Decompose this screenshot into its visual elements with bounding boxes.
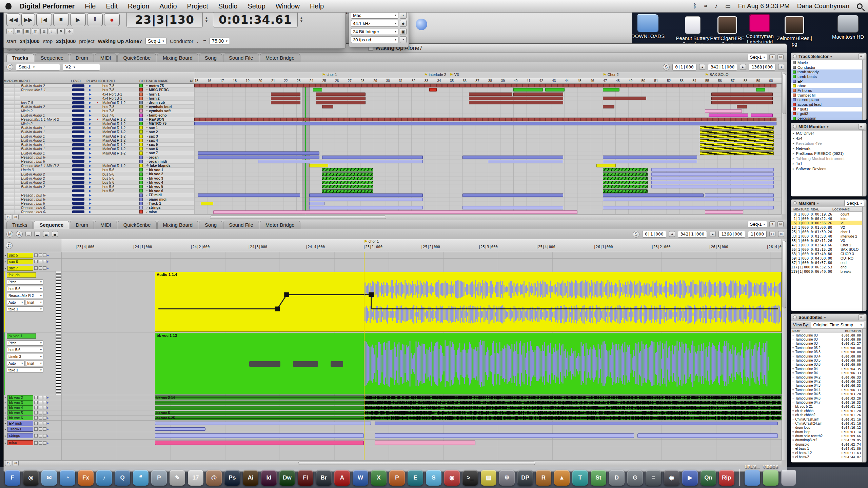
hzoom-in-icon[interactable]: ⊕ <box>778 231 784 237</box>
track-input[interactable]: Built-in Audio 2 <box>20 180 71 184</box>
editor-lane[interactable] <box>61 426 782 432</box>
monitor-cell[interactable] <box>15 185 20 188</box>
clip[interactable] <box>469 101 564 104</box>
editor-track-name[interactable]: fak..ds <box>7 272 36 278</box>
mute-toggle[interactable] <box>34 406 38 409</box>
track-name[interactable]: ~bk voc 2 <box>145 172 190 176</box>
dock-icon-ical[interactable]: 17 <box>188 470 203 486</box>
midi-monitor-item[interactable]: ▸TaHorng Musical Instrument <box>791 156 862 161</box>
user-menu[interactable]: Dana Countryman <box>797 2 849 10</box>
clip[interactable] <box>705 210 743 214</box>
clip[interactable] <box>705 194 774 197</box>
counter-time[interactable]: 0:01:34.61 <box>213 12 298 27</box>
play-button[interactable]: ▶ <box>70 13 86 26</box>
clip[interactable] <box>462 206 563 209</box>
track-output[interactable]: 4x4 Port B-1 <box>101 92 139 96</box>
panel-scrollbar[interactable] <box>862 60 866 120</box>
clip[interactable] <box>488 160 563 163</box>
editor-lane[interactable]: bk voc 6-25 <box>61 415 782 421</box>
track-input[interactable]: Built-in Audio 2 <box>20 172 71 176</box>
play-enable[interactable]: ▶ <box>86 134 94 138</box>
play-enable[interactable]: ▶ <box>86 193 94 197</box>
monitor-cell[interactable] <box>15 189 20 192</box>
clip[interactable] <box>711 97 773 100</box>
dock-icon-skype[interactable]: S <box>426 470 441 486</box>
record-toggle[interactable] <box>43 260 46 263</box>
marker-row[interactable]: 47|1|0000:02:49.66Chor 2 <box>791 243 862 247</box>
track-row[interactable]: Built-in Audio 2▶bus 5-6~bk voc 3 <box>4 176 194 180</box>
move-cell[interactable] <box>4 96 9 100</box>
move-cell[interactable] <box>4 168 9 171</box>
top-vertical-scrollbar[interactable] <box>782 72 787 214</box>
play-enable[interactable]: ▶ <box>86 84 94 87</box>
automation-cell[interactable] <box>190 180 194 184</box>
track-row[interactable]: Reason:Mix L 1-Mix R 2▶●MainOut R 1-2≡RE… <box>4 117 194 121</box>
track-input[interactable]: Reason : bus 6- <box>20 155 71 159</box>
dock-icon-firefox[interactable]: Fx <box>78 470 94 486</box>
track-input[interactable]: bus 7-8 <box>20 101 71 104</box>
record-enable-cell[interactable] <box>9 88 15 92</box>
midi-monitor-item[interactable]: ▸IAC Driver <box>791 130 862 136</box>
shift-flag[interactable] <box>94 210 101 214</box>
track-name[interactable]: ~sax 7 <box>145 151 190 155</box>
track-output[interactable]: bus 7-8 <box>101 109 139 113</box>
monitor-cell[interactable] <box>15 176 20 180</box>
play-enable[interactable]: ▸ <box>47 260 49 263</box>
dock-icon-safari[interactable]: ◔ <box>60 470 75 486</box>
clip[interactable] <box>316 97 366 100</box>
move-cell[interactable] <box>4 126 9 129</box>
track-row[interactable]: Built-in Audio 2▶bus 5-6~bk voc 5 <box>4 185 194 189</box>
solo-toggle[interactable] <box>39 416 42 420</box>
track-output[interactable]: bus 7-8 <box>101 113 139 117</box>
clip[interactable] <box>603 156 697 159</box>
track-output[interactable] <box>101 197 139 201</box>
grid-resolution[interactable]: 1|000 <box>748 231 767 238</box>
tab-song[interactable]: Song <box>199 221 222 229</box>
clip[interactable] <box>198 151 319 155</box>
insert-dropdown[interactable]: Insrt▾ <box>26 300 44 305</box>
clip[interactable] <box>322 189 373 193</box>
clip[interactable] <box>309 206 423 209</box>
play-enable[interactable]: ▶ <box>86 138 94 142</box>
audition-icon[interactable]: ◖ <box>778 64 784 70</box>
soundbite-row[interactable]: ≈Tambourine 03.50:00:00.00 <box>791 358 862 362</box>
clip[interactable] <box>711 101 773 104</box>
marker-mode-button[interactable]: M <box>6 231 13 238</box>
editor-track-header[interactable]: ▸strings▸ <box>4 432 61 440</box>
transport-tool-button[interactable]: ▭ <box>6 28 14 34</box>
expand-triangle-icon[interactable]: ▸ <box>5 260 6 263</box>
record-enable-cell[interactable] <box>9 193 15 197</box>
shift-flag[interactable] <box>94 206 101 209</box>
track-output[interactable]: MainOut R 1-2 <box>101 143 139 146</box>
clip[interactable] <box>322 105 334 108</box>
expand-triangle-icon[interactable]: ▸ <box>5 266 6 270</box>
clip[interactable] <box>651 185 774 188</box>
expand-triangle-icon[interactable]: ▸ <box>5 396 6 399</box>
track-name[interactable]: ♪strings <box>145 206 190 209</box>
shift-flag[interactable] <box>94 185 101 188</box>
record-toggle[interactable] <box>43 411 46 414</box>
track-row[interactable]: bus 7-8▶●MainOut R 1-2♪drum sub <box>4 101 194 105</box>
trash-icon[interactable] <box>781 470 796 486</box>
soundbite-row[interactable]: ≈Tambourine 04.40:00:06.33 <box>791 388 862 392</box>
soundbite-row[interactable]: ≈ChinaCrash.aiff0:00:01.16 <box>791 417 862 421</box>
track-output[interactable]: bus 5-6 <box>101 180 139 184</box>
clip[interactable] <box>709 114 748 117</box>
monitor-cell[interactable] <box>15 117 20 121</box>
spotlight-icon[interactable] <box>857 3 863 9</box>
bus-dropdown[interactable]: bus 5-6▾ <box>7 347 43 352</box>
color-cell[interactable] <box>139 134 145 138</box>
track-selector-item[interactable]: stereo piano <box>791 98 862 102</box>
track-selector-item[interactable]: EP <box>791 79 862 84</box>
soundbite-row[interactable]: ≈Tambourine 03.60:00:00.00 <box>791 363 862 367</box>
track-row[interactable]: Reason : bus 6-▶♪organ midi <box>4 159 194 163</box>
shift-flag[interactable] <box>94 134 101 138</box>
marker-row[interactable]: 63|1|0000:03:40.80CHOR 3 <box>791 251 862 256</box>
track-input[interactable] <box>20 189 71 192</box>
color-cell[interactable] <box>139 101 145 104</box>
dock-icon-photoshop[interactable]: Ps <box>224 470 240 486</box>
clip[interactable] <box>322 172 373 176</box>
editor-track-header[interactable]: ▸bk voc 4▸ <box>4 405 61 410</box>
record-enable-cell[interactable] <box>9 147 15 150</box>
view-by-dropdown[interactable]: Original Time Stamp▾ <box>811 322 864 328</box>
